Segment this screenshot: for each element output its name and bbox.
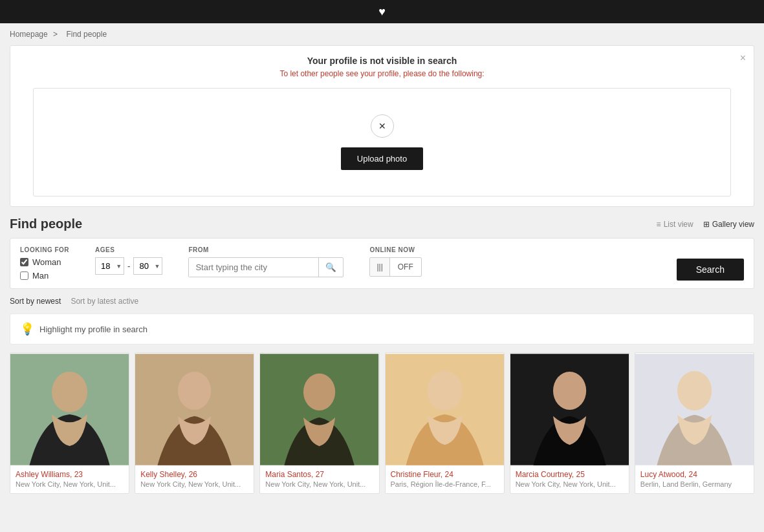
profile-photo xyxy=(135,353,254,466)
card-info: Marcia Courtney, 25 New York City, New Y… xyxy=(510,466,629,493)
city-search-button[interactable]: 🔍 xyxy=(318,258,343,277)
city-search: 🔍 xyxy=(188,257,344,277)
breadcrumb-home[interactable]: Homepage xyxy=(10,30,48,39)
profile-card[interactable]: Christine Fleur, 24 Paris, Région Île-de… xyxy=(385,352,505,494)
profile-card[interactable]: Lucy Atwood, 24 Berlin, Land Berlin, Ger… xyxy=(635,352,754,494)
profile-name[interactable]: Kelly Shelley, 26 xyxy=(140,470,248,479)
x-circle-icon: ✕ xyxy=(371,114,394,138)
list-view-icon: ≡ xyxy=(657,220,661,229)
profiles-grid: Ashley Williams, 23 New York City, New Y… xyxy=(10,352,754,494)
close-alert-button[interactable]: × xyxy=(740,52,746,64)
card-info: Christine Fleur, 24 Paris, Région Île-de… xyxy=(386,466,504,493)
profile-card[interactable]: Marcia Courtney, 25 New York City, New Y… xyxy=(510,352,629,494)
profile-card[interactable]: Ashley Williams, 23 New York City, New Y… xyxy=(10,352,129,494)
online-label: ONLINE NOW xyxy=(369,246,421,253)
profile-location: Berlin, Land Berlin, Germany xyxy=(640,480,748,488)
heart-icon: ♥ xyxy=(378,5,386,19)
gallery-view-icon: ⊞ xyxy=(703,220,710,229)
woman-checkbox-row[interactable]: Woman xyxy=(20,257,69,267)
profile-name-link[interactable]: Ashley Williams, 23 xyxy=(16,470,83,479)
age-min-wrap: 18 19 20 xyxy=(95,257,124,275)
photo-upload-area: ✕ Upload photo xyxy=(33,88,731,197)
woman-checkbox[interactable] xyxy=(20,258,28,266)
sort-latest-active[interactable]: Sort by latest active xyxy=(71,297,138,306)
svg-point-7 xyxy=(427,371,463,410)
profile-photo xyxy=(260,353,378,466)
highlight-text: Highlight my profile in search xyxy=(39,325,147,334)
profile-location: New York City, New York, Unit... xyxy=(516,480,624,488)
profile-location: New York City, New York, Unit... xyxy=(265,480,373,488)
profile-location: New York City, New York, Unit... xyxy=(140,480,248,488)
man-label: Man xyxy=(32,271,49,281)
profile-photo xyxy=(10,353,129,466)
breadcrumb-current: Find people xyxy=(66,30,107,39)
svg-point-9 xyxy=(553,372,586,410)
main-container: Homepage > Find people × Your profile is… xyxy=(0,23,764,500)
view-options: ≡ List view ⊞ Gallery view xyxy=(657,220,754,229)
toggle-bars-icon: ||| xyxy=(370,258,389,276)
list-view-option[interactable]: ≡ List view xyxy=(657,220,693,229)
profile-name[interactable]: Christine Fleur, 24 xyxy=(391,470,499,479)
profile-name[interactable]: Marcia Courtney, 25 xyxy=(516,470,624,479)
woman-label: Woman xyxy=(32,257,61,267)
age-min-select[interactable]: 18 19 20 xyxy=(95,257,124,275)
sort-options: Sort by newest Sort by latest active xyxy=(10,297,754,306)
sort-newest[interactable]: Sort by newest xyxy=(10,297,61,306)
from-label: FROM xyxy=(188,246,344,253)
profile-name-link[interactable]: Kelly Shelley, 26 xyxy=(140,470,197,479)
looking-for-filter: LOOKING FOR Woman Man xyxy=(20,246,69,281)
gallery-view-label: Gallery view xyxy=(712,220,754,229)
online-filter: ONLINE NOW ||| OFF xyxy=(369,246,421,277)
card-info: Ashley Williams, 23 New York City, New Y… xyxy=(10,466,129,493)
breadcrumb-separator: > xyxy=(53,30,58,39)
breadcrumb: Homepage > Find people xyxy=(10,30,754,39)
online-off-label: OFF xyxy=(390,258,421,276)
highlight-section: 💡 Highlight my profile in search xyxy=(10,314,754,345)
online-toggle[interactable]: ||| OFF xyxy=(369,257,421,277)
profile-name-link[interactable]: Maria Santos, 27 xyxy=(265,470,324,479)
svg-point-11 xyxy=(677,371,712,410)
profile-name[interactable]: Maria Santos, 27 xyxy=(265,470,373,479)
profile-name[interactable]: Ashley Williams, 23 xyxy=(16,470,124,479)
man-checkbox-row[interactable]: Man xyxy=(20,271,69,281)
alert-title: Your profile is not visible in search xyxy=(20,56,744,66)
profile-location: Paris, Région Île-de-France, F... xyxy=(391,480,499,488)
upload-photo-button[interactable]: Upload photo xyxy=(341,147,423,170)
svg-point-1 xyxy=(52,372,87,412)
age-max-select[interactable]: 80 70 60 xyxy=(133,257,162,275)
man-checkbox[interactable] xyxy=(20,271,28,280)
card-info: Lucy Atwood, 24 Berlin, Land Berlin, Ger… xyxy=(635,466,754,493)
gallery-view-option[interactable]: ⊞ Gallery view xyxy=(703,220,754,229)
profile-location: New York City, New York, Unit... xyxy=(16,480,124,488)
profile-photo xyxy=(510,353,629,466)
search-filters: LOOKING FOR Woman Man AGES 18 19 20 xyxy=(10,238,754,289)
ages-label: AGES xyxy=(95,246,162,253)
profile-photo xyxy=(635,353,754,466)
profile-photo xyxy=(386,353,504,466)
top-navigation: ♥ xyxy=(0,0,764,23)
alert-subtitle: To let other people see your profile, pl… xyxy=(20,69,744,78)
city-input[interactable] xyxy=(189,258,318,277)
svg-point-5 xyxy=(303,374,335,410)
age-max-wrap: 80 70 60 xyxy=(133,257,162,275)
profile-name-link[interactable]: Marcia Courtney, 25 xyxy=(516,470,585,479)
svg-point-3 xyxy=(178,372,211,410)
search-icon: 🔍 xyxy=(325,262,336,272)
list-view-label: List view xyxy=(664,220,693,229)
age-separator: - xyxy=(127,261,130,271)
card-info: Kelly Shelley, 26 New York City, New Yor… xyxy=(135,466,254,493)
profile-card[interactable]: Kelly Shelley, 26 New York City, New Yor… xyxy=(135,352,254,494)
profile-name-link[interactable]: Christine Fleur, 24 xyxy=(391,470,453,479)
age-range: 18 19 20 - 80 70 60 xyxy=(95,257,162,275)
bulb-icon: 💡 xyxy=(20,322,34,336)
find-people-header: Find people ≡ List view ⊞ Gallery view xyxy=(10,217,754,231)
from-filter: FROM 🔍 xyxy=(188,246,344,277)
profile-name-link[interactable]: Lucy Atwood, 24 xyxy=(640,470,697,479)
profile-card[interactable]: Maria Santos, 27 New York City, New York… xyxy=(259,352,379,494)
card-info: Maria Santos, 27 New York City, New York… xyxy=(260,466,378,493)
profile-alert: × Your profile is not visible in search … xyxy=(10,45,754,207)
ages-filter: AGES 18 19 20 - 80 70 60 xyxy=(95,246,162,275)
profile-name[interactable]: Lucy Atwood, 24 xyxy=(640,470,748,479)
search-button[interactable]: Search xyxy=(677,259,744,281)
looking-for-label: LOOKING FOR xyxy=(20,246,69,253)
